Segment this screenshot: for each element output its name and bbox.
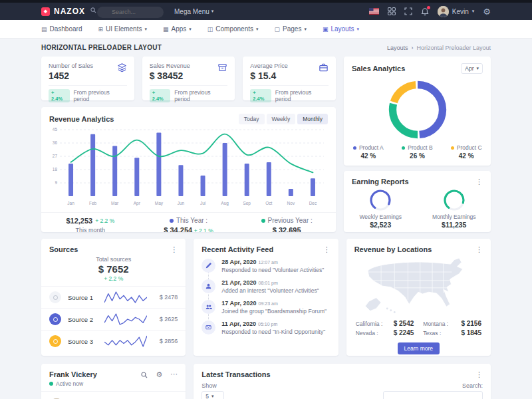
us-flag-icon [369,8,379,15]
tab-today[interactable]: Today [239,114,265,124]
source-row-2[interactable]: Source 2 $ 2625 [41,308,186,330]
feed-item: 17 Apr, 202009:23 am Joined the group "B… [201,300,330,315]
search-icon[interactable] [141,372,148,378]
notification-badge [427,6,430,9]
legend-product-a: Product A 42 % [344,144,393,160]
revenue-this-year-summary: This Year : $ 34,254 + 2.1 % [140,213,238,232]
transactions-card: Latest Transactions ⋮ Show 5 ▾ entries S… [194,364,491,399]
more-options-icon[interactable]: ⋯ [170,372,178,376]
source-2-icon [49,313,61,325]
card-title: Sources [49,245,78,253]
donut-legend: Product A 42 % Product B 26 % Product C … [344,144,491,160]
user-name: Kevin [452,8,469,15]
kebab-menu-icon[interactable]: ⋮ [475,246,483,253]
ui-elements-icon: ⊞ [98,26,103,33]
svg-text:9: 9 [55,180,57,185]
kebab-menu-icon[interactable]: ⋮ [323,246,331,253]
svg-text:Apr: Apr [134,201,141,206]
fullscreen-button[interactable] [404,7,412,15]
source-3-icon [49,335,61,347]
learn-more-button[interactable]: Learn more [398,342,440,354]
nazox-logo-text: NAZOX [54,7,85,16]
user-icon [201,279,215,293]
language-flag-button[interactable] [369,8,379,15]
card-title: Recent Activity Feed [201,245,273,253]
monthly-radial-chart [442,188,466,212]
nav-item-apps[interactable]: ▦ Apps ▾ [163,25,192,33]
stat-nevada: Nevada :$ 2245 [356,329,414,336]
stat-california: California :$ 2542 [356,320,414,327]
svg-text:36: 36 [53,140,58,145]
prev-year-dot [261,219,265,223]
nav-item-components[interactable]: ◫ Components ▾ [207,25,259,33]
period-select[interactable]: Apr ▾ [461,63,483,74]
topbar-actions: Kevin ▾ ⚙ [369,6,491,17]
transactions-search-input[interactable] [383,391,483,399]
source-row-1[interactable]: Source 1 $ 2478 [41,286,186,308]
settings-gear-button[interactable]: ⚙ [483,7,491,16]
svg-text:18: 18 [53,167,58,172]
nav-item-pages[interactable]: ▢ Pages ▾ [275,25,307,33]
svg-text:May: May [155,201,164,206]
mega-menu-button[interactable]: Mega Menu ▾ [174,8,213,15]
topbar-search [85,5,164,18]
source-2-sparkline [100,312,151,327]
stat-value: $ 38452 [150,70,190,81]
kebab-menu-icon[interactable]: ⋮ [475,371,483,378]
svg-text:Nov: Nov [287,201,295,205]
nazox-logo-icon: ◆ [41,7,50,16]
kebab-menu-icon[interactable]: ⋮ [475,178,483,186]
fullscreen-icon [404,7,412,15]
card-title: Earning Reports [352,178,409,186]
feed-item: 21 Apr, 202008:01 pm Added an interest "… [201,279,330,294]
notifications-button[interactable] [421,7,429,16]
svg-text:Jul: Jul [200,201,206,205]
svg-text:45: 45 [53,127,58,132]
settings-gear-icon[interactable]: ⚙ [156,372,162,378]
chat-user-name: Frank Vickery [49,370,97,378]
search-input[interactable] [97,7,164,18]
apps-grid-icon [388,7,396,15]
legend-product-b: Product B 26 % [393,144,442,160]
stat-value: 1452 [49,70,93,81]
nav-item-layouts[interactable]: ▣ Layouts ▾ [323,25,359,33]
user-menu[interactable]: Kevin ▾ [438,6,475,17]
sources-total: Total sources $ 7652 + 2.2 % [41,256,186,282]
chevron-down-icon: ▾ [476,66,479,71]
stat-texas: Texas :$ 1845 [423,329,481,336]
nav-item-ui-elements[interactable]: ⊞ UI Elements ▾ [98,25,147,33]
sales-donut-chart [344,76,491,142]
feed-item: 28 Apr, 202012:07 am Responded to need "… [201,259,330,273]
location-stats: California :$ 2542 Montana :$ 2156 Nevad… [346,317,491,336]
activity-feed-card: Recent Activity Feed ⋮ 28 Apr, 202012:07… [194,239,338,356]
nav-item-dashboard[interactable]: ▤ Dashboard [41,25,82,33]
revenue-chart: 918273645JanFebMarAprMayJunJulAugSepOctN… [41,127,336,211]
pencil-icon [201,259,215,273]
show-label: Show [201,382,224,389]
apps-grid-button[interactable] [388,7,396,15]
sales-analytics-card: Sales Analytics Apr ▾ Product A 42 % P [344,57,491,166]
group-icon [201,300,215,314]
kebab-menu-icon[interactable]: ⋮ [170,246,178,253]
weekly-earnings: Weekly Earnings $2,523 [344,188,418,229]
search-label: Search: [383,382,483,389]
message-icon [201,321,215,334]
topbar: ◆ NAZOX Mega Menu ▾ [0,3,532,20]
svg-text:Feb: Feb [89,201,97,205]
svg-text:Aug: Aug [221,201,229,206]
weekly-radial-chart [368,188,392,212]
briefcase-icon [319,63,329,72]
tab-monthly[interactable]: Monthly [297,114,328,124]
user-avatar [438,6,449,17]
apps-icon: ▦ [163,26,169,33]
feed-item: 11 Apr, 202005:10 pm Responded to need "… [201,321,330,335]
breadcrumb-parent[interactable]: Layouts [387,45,408,51]
card-title: Revenue Analytics [49,115,114,123]
page-size-select[interactable]: 5 ▾ [201,391,224,399]
chevron-down-icon: ▾ [472,9,475,14]
tab-weekly[interactable]: Weekly [267,114,296,124]
nazox-logo[interactable]: ◆ NAZOX [41,7,85,16]
source-row-3[interactable]: Source 3 $ 2856 [41,330,186,352]
breadcrumb-separator: › [411,45,413,51]
chevron-down-icon: ▾ [304,27,307,32]
